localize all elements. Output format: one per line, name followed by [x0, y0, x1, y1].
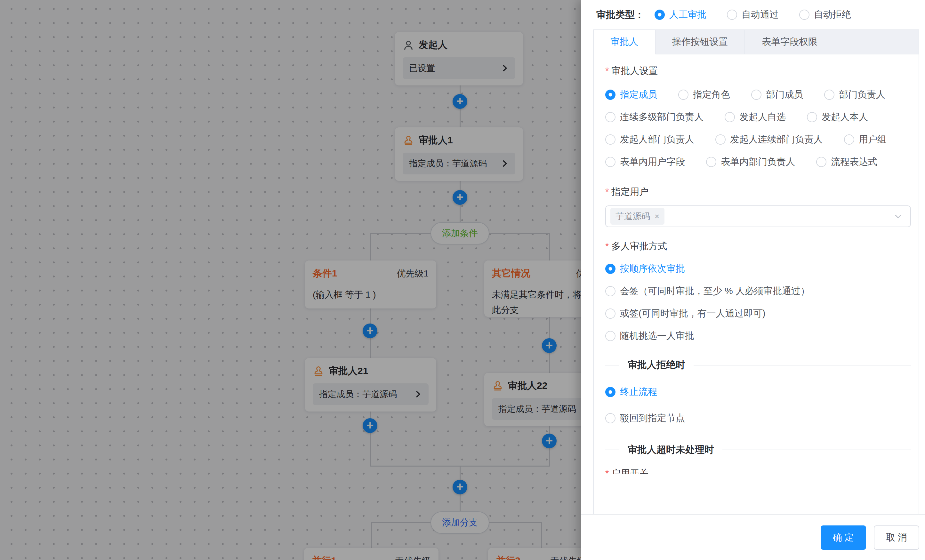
approver-settings-drawer: 审批类型： 人工审批 自动通过 自动拒绝 审批人 操作按钮设置 表单字段权限 审…: [581, 0, 925, 560]
radio-initiator-self[interactable]: 发起人本人: [807, 111, 868, 123]
radio-icon: [706, 157, 716, 167]
timeout-section-divider: 审批人超时未处理时: [605, 443, 911, 456]
radio-countersign[interactable]: 会签（可同时审批，至少 % 人必须审批通过）: [605, 285, 911, 298]
radio-manual-approve[interactable]: 人工审批: [655, 8, 707, 21]
radio-sequential-approve[interactable]: 按顺序依次审批: [605, 262, 911, 275]
radio-icon: [751, 90, 761, 100]
reject-section-title: 审批人拒绝时: [628, 358, 685, 372]
settings-tab-card: 审批人 操作按钮设置 表单字段权限 审批人设置 指定成员 指定角色 部门成员 部…: [593, 29, 919, 514]
radio-icon: [725, 112, 735, 122]
tag-close-icon[interactable]: ×: [655, 212, 659, 221]
radio-icon: [678, 90, 688, 100]
radio-user-group[interactable]: 用户组: [844, 133, 887, 146]
approver-setting-row3: 发起人部门负责人 发起人连续部门负责人 用户组: [605, 133, 911, 146]
approver-setting-row2: 连续多级部门负责人 发起人自选 发起人本人: [605, 111, 911, 123]
radio-terminate-process[interactable]: 终止流程: [605, 385, 911, 398]
assign-user-select[interactable]: 芋道源码 ×: [605, 205, 911, 227]
radio-icon: [605, 134, 616, 145]
approval-type-row: 审批类型： 人工审批 自动通过 自动拒绝: [581, 0, 925, 29]
tab-bar: 审批人 操作按钮设置 表单字段权限: [594, 30, 919, 54]
radio-orsign[interactable]: 或签(可同时审批，有一人通过即可): [605, 307, 911, 320]
enable-switch-label: 启用开关: [605, 467, 911, 474]
confirm-button[interactable]: 确 定: [821, 525, 866, 550]
radio-icon: [605, 264, 616, 274]
radio-form-dept-leader[interactable]: 表单内部门负责人: [706, 155, 795, 168]
radio-auto-pass[interactable]: 自动通过: [727, 8, 779, 21]
radio-multi-level-dept-leader[interactable]: 连续多级部门负责人: [605, 111, 704, 123]
radio-icon: [605, 331, 616, 341]
radio-random-one[interactable]: 随机挑选一人审批: [605, 330, 911, 342]
drawer-footer: 确 定 取 消: [581, 514, 925, 560]
radio-icon: [605, 413, 616, 423]
radio-icon: [844, 134, 854, 145]
approval-type-label: 审批类型：: [596, 8, 644, 21]
radio-icon: [605, 112, 616, 122]
radio-initiator-dept-leader[interactable]: 发起人部门负责人: [605, 133, 694, 146]
radio-icon: [605, 90, 616, 100]
radio-auto-reject[interactable]: 自动拒绝: [799, 8, 851, 21]
tab-action-buttons[interactable]: 操作按钮设置: [655, 30, 745, 54]
radio-return-to-node[interactable]: 驳回到指定节点: [605, 412, 911, 425]
tab-form-field-permissions[interactable]: 表单字段权限: [745, 30, 834, 54]
radio-icon: [799, 10, 809, 20]
approver-setting-label: 审批人设置: [605, 65, 911, 77]
radio-dept-member[interactable]: 部门成员: [751, 88, 803, 101]
radio-icon: [655, 10, 665, 20]
tab-panel-approver: 审批人设置 指定成员 指定角色 部门成员 部门负责人 连续多级部门负责人 发起人…: [594, 54, 919, 474]
tab-approver[interactable]: 审批人: [594, 30, 655, 54]
radio-assign-member[interactable]: 指定成员: [605, 88, 657, 101]
radio-initiator-choose[interactable]: 发起人自选: [725, 111, 786, 123]
assign-user-label: 指定用户: [605, 185, 911, 199]
radio-icon: [824, 90, 835, 100]
approver-setting-row1: 指定成员 指定角色 部门成员 部门负责人: [605, 88, 911, 101]
radio-icon: [605, 286, 616, 296]
radio-form-user-field[interactable]: 表单内用户字段: [605, 155, 685, 168]
chevron-down-icon: [893, 212, 902, 221]
radio-icon: [816, 157, 826, 167]
user-tag: 芋道源码 ×: [610, 208, 664, 225]
radio-assign-role[interactable]: 指定角色: [678, 88, 730, 101]
radio-icon: [605, 387, 616, 397]
radio-dept-leader[interactable]: 部门负责人: [824, 88, 885, 101]
drawer-mask[interactable]: [0, 0, 581, 560]
radio-icon: [716, 134, 726, 145]
approver-setting-row4: 表单内用户字段 表单内部门负责人 流程表达式: [605, 155, 911, 168]
radio-initiator-multi-dept-leader[interactable]: 发起人连续部门负责人: [716, 133, 823, 146]
radio-icon: [727, 10, 737, 20]
multi-approve-label: 多人审批方式: [605, 240, 911, 253]
radio-icon: [605, 309, 616, 319]
radio-icon: [807, 112, 817, 122]
radio-process-expression[interactable]: 流程表达式: [816, 155, 877, 168]
radio-icon: [605, 157, 616, 167]
reject-section-divider: 审批人拒绝时: [605, 358, 911, 372]
timeout-section-title: 审批人超时未处理时: [628, 443, 714, 456]
cancel-button[interactable]: 取 消: [874, 525, 919, 550]
